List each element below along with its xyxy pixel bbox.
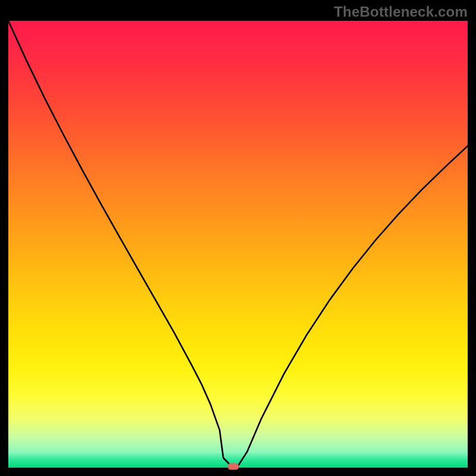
curve-svg [8,21,468,468]
bottleneck-curve [8,21,468,466]
min-marker [227,464,239,470]
watermark-text: TheBottleneck.com [334,4,468,20]
chart-frame: TheBottleneck.com [0,0,476,476]
plot-area [8,21,468,468]
